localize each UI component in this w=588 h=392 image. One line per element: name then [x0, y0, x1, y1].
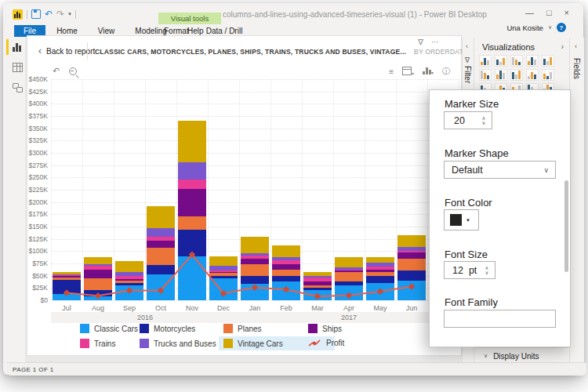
- bar-segment-ships[interactable]: [115, 279, 143, 281]
- legend-item-profit[interactable]: Profit: [308, 339, 344, 347]
- menu-modeling[interactable]: Modeling: [135, 27, 167, 35]
- menu-home[interactable]: Home: [56, 27, 78, 35]
- marker-size-stepper[interactable]: 20 ∧∨: [444, 111, 492, 129]
- bar-segment-trains[interactable]: [147, 237, 175, 241]
- bar-segment-ships[interactable]: [303, 281, 332, 285]
- line-chart-icon[interactable]: [495, 69, 507, 81]
- area-chart-icon[interactable]: [510, 69, 523, 81]
- visual-card[interactable]: ‹ Back to report CLASSIC CARS, MOTORCYCL…: [27, 35, 462, 356]
- bar-segment-trains[interactable]: [53, 275, 81, 276]
- bar-segment-planes[interactable]: [303, 285, 332, 288]
- fields-pane-collapsed[interactable]: ‹ Fields: [569, 38, 584, 362]
- data-view-icon[interactable]: [13, 63, 23, 72]
- qat-customize-icon[interactable]: ▾: [68, 11, 71, 17]
- expand-chevron-icon[interactable]: ‹: [575, 42, 577, 50]
- bar-segment-motorcycles[interactable]: [53, 280, 81, 295]
- chevron-down-icon[interactable]: ∨: [548, 24, 552, 31]
- collapse-chevron-icon[interactable]: ›: [561, 42, 564, 51]
- bar-segment-classic-cars[interactable]: [178, 256, 206, 300]
- bar-segment-trucks-and-buses[interactable]: [335, 267, 363, 270]
- bar-segment-ships[interactable]: [178, 189, 206, 216]
- help-icon[interactable]: ?: [557, 23, 566, 32]
- bar-segment-ships[interactable]: [397, 252, 426, 259]
- stacked-bar-chart-icon[interactable]: [479, 55, 492, 67]
- bar-segment-vintage-cars[interactable]: [272, 245, 300, 258]
- visual-tools-tab[interactable]: Visual tools: [158, 13, 221, 24]
- report-view-icon[interactable]: [13, 42, 23, 52]
- stepper-arrows-icon[interactable]: ∧∨: [478, 113, 489, 128]
- bar-segment-vintage-cars[interactable]: [84, 257, 112, 264]
- bar-segment-ships[interactable]: [53, 276, 81, 278]
- bar-segment-planes[interactable]: [397, 259, 426, 271]
- clustered-column-chart-icon[interactable]: [526, 55, 539, 67]
- bar-segment-vintage-cars[interactable]: [115, 261, 143, 272]
- bar-segment-trains[interactable]: [335, 270, 363, 271]
- bar-segment-trucks-and-buses[interactable]: [178, 162, 206, 180]
- bar-segment-ships[interactable]: [147, 241, 175, 248]
- bar-segment-vintage-cars[interactable]: [209, 256, 238, 267]
- bar-segment-planes[interactable]: [335, 272, 363, 282]
- bar-segment-ships[interactable]: [335, 270, 363, 271]
- legend-item-classic-cars[interactable]: Classic Cars: [80, 324, 138, 333]
- bar-segment-classic-cars[interactable]: [84, 296, 112, 300]
- font-color-picker[interactable]: ▼: [444, 209, 479, 230]
- bar-segment-ships[interactable]: [241, 259, 269, 265]
- expand-chevron-icon[interactable]: ‹: [466, 42, 468, 50]
- account-name[interactable]: Una Kosite: [506, 24, 543, 32]
- menu-data-drill[interactable]: Data / Drill: [206, 27, 243, 35]
- marker-shape-dropdown[interactable]: Default ∨: [444, 161, 556, 179]
- bar-segment-classic-cars[interactable]: [53, 294, 81, 300]
- legend-item-planes[interactable]: Planes: [223, 324, 262, 333]
- undo-icon[interactable]: ↶: [45, 10, 53, 18]
- bar-segment-motorcycles[interactable]: [397, 270, 426, 281]
- bar-segment-vintage-cars[interactable]: [397, 235, 426, 246]
- account-area[interactable]: Una Kosite ∨ ?: [506, 23, 566, 32]
- bar-segment-motorcycles[interactable]: [209, 276, 238, 278]
- bar-segment-vintage-cars[interactable]: [241, 237, 269, 253]
- bar-segment-trucks-and-buses[interactable]: [53, 274, 81, 275]
- bar-segment-classic-cars[interactable]: [272, 281, 300, 300]
- bar-segment-trains[interactable]: [115, 276, 143, 279]
- bar-segment-trucks-and-buses[interactable]: [397, 247, 426, 251]
- bar-segment-classic-cars[interactable]: [147, 274, 175, 300]
- bar-segment-classic-cars[interactable]: [303, 290, 332, 300]
- bar-segment-vintage-cars[interactable]: [335, 257, 363, 267]
- legend-item-trains[interactable]: Trains: [80, 339, 115, 348]
- bar-segment-motorcycles[interactable]: [178, 230, 206, 256]
- bar-segment-classic-cars[interactable]: [397, 281, 426, 300]
- 100-stacked-column-chart-icon[interactable]: [479, 69, 492, 81]
- bar-segment-trucks-and-buses[interactable]: [209, 266, 238, 270]
- bar-segment-trucks-and-buses[interactable]: [147, 228, 175, 237]
- line-and-stacked-column-chart-icon[interactable]: [542, 69, 554, 81]
- bar-segment-motorcycles[interactable]: [147, 265, 175, 275]
- stacked-area-chart-icon[interactable]: [526, 69, 539, 81]
- bar-segment-classic-cars[interactable]: [115, 285, 143, 300]
- menu-format[interactable]: Format: [164, 27, 189, 35]
- 100-stacked-bar-chart-icon[interactable]: [542, 55, 554, 67]
- bar-segment-trains[interactable]: [303, 278, 332, 281]
- bar-segment-classic-cars[interactable]: [209, 278, 238, 300]
- save-icon[interactable]: [31, 9, 41, 19]
- bar-segment-trucks-and-buses[interactable]: [366, 263, 394, 267]
- bar-segment-motorcycles[interactable]: [241, 276, 269, 284]
- bar-segment-planes[interactable]: [53, 278, 81, 280]
- bar-segment-vintage-cars[interactable]: [147, 206, 175, 228]
- bar-segment-trains[interactable]: [209, 270, 238, 271]
- bar-segment-classic-cars[interactable]: [241, 284, 269, 300]
- bar-segment-trains[interactable]: [366, 267, 394, 269]
- bar-segment-vintage-cars[interactable]: [53, 272, 81, 274]
- legend-item-trucks-and-buses[interactable]: Trucks and Buses: [140, 339, 216, 348]
- legend-item-ships[interactable]: Ships: [308, 324, 342, 333]
- clustered-bar-chart-icon[interactable]: [510, 55, 523, 67]
- popup-scrollbar[interactable]: [564, 180, 568, 272]
- bar-segment-motorcycles[interactable]: [272, 276, 300, 282]
- bar-segment-vintage-cars[interactable]: [366, 257, 394, 263]
- minimize-button[interactable]: —: [525, 8, 534, 17]
- bar-segment-vintage-cars[interactable]: [178, 121, 206, 162]
- bar-segment-trucks-and-buses[interactable]: [303, 276, 332, 278]
- bar-segment-ships[interactable]: [209, 272, 238, 273]
- legend-item-motorcycles[interactable]: Motorcycles: [140, 324, 195, 333]
- bar-segment-ships[interactable]: [366, 270, 394, 272]
- bar-segment-motorcycles[interactable]: [115, 283, 143, 285]
- stepper-arrows-icon[interactable]: ∧∨: [481, 263, 492, 278]
